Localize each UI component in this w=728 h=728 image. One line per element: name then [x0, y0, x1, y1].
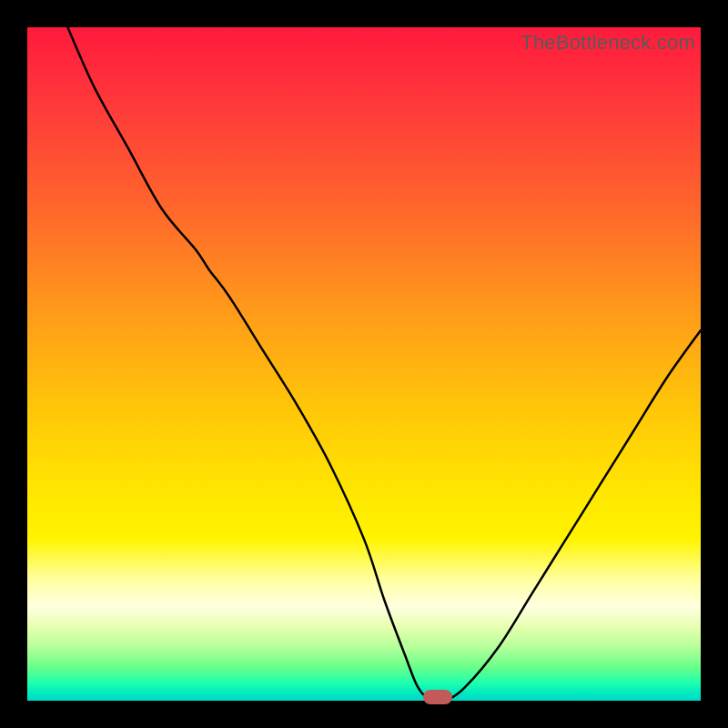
bottleneck-marker: [423, 690, 452, 704]
chart-frame: TheBottleneck.com: [0, 0, 728, 728]
plot-area: TheBottleneck.com: [27, 27, 701, 701]
bottleneck-curve: [27, 27, 701, 701]
